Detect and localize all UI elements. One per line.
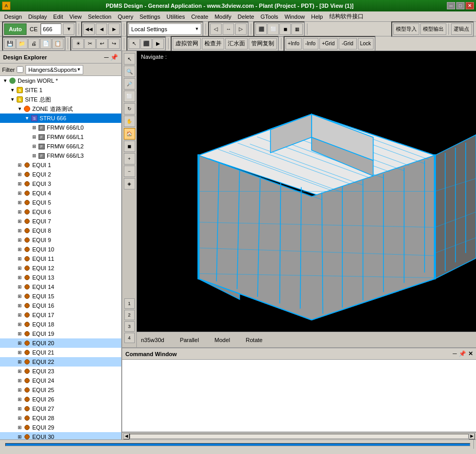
tree-item-site2[interactable]: ▼SSITE 总图 (0, 95, 121, 104)
model-import-btn[interactable]: 模型导入 (393, 23, 419, 35)
tb-icon-2[interactable]: ⬜ (267, 23, 279, 35)
tb-right-btn[interactable]: ▷ (235, 23, 247, 35)
lock-btn[interactable]: Lock (358, 38, 374, 49)
tree-item-equi21[interactable]: ⊞EQUI 21 (0, 348, 121, 357)
menu-gtools[interactable]: GTools (258, 13, 281, 20)
tree-item-equi6[interactable]: ⊞EQUI 6 (0, 207, 121, 217)
filter-dropdown[interactable]: Hangers&Supports ▼ (25, 65, 83, 74)
de-pin-button[interactable]: ─ 📌 (104, 54, 118, 61)
vp-btn-7[interactable]: ◈ (124, 178, 135, 190)
tree-item-equi5[interactable]: ⊞EQUI 5 (0, 198, 121, 207)
title-max-button[interactable]: □ (456, 2, 465, 9)
tree-item-equi8[interactable]: ⊞EQUI 8 (0, 226, 121, 235)
tb2-select-btn[interactable]: ⬛ (140, 39, 152, 49)
tree-item-equi1[interactable]: ⊞EQUI 1 (0, 160, 121, 170)
num-badge-3[interactable]: 3 (124, 321, 135, 332)
tree-item-equi23[interactable]: ⊞EQUI 23 (0, 367, 121, 376)
tree-item-equi18[interactable]: ⊞EQUI 18 (0, 320, 121, 329)
tree-item-equi16[interactable]: ⊞EQUI 16 (0, 301, 121, 310)
tb-btn-nav1[interactable]: ◀◀ (83, 23, 95, 35)
tree-item-equi29[interactable]: ⊞EQUI 29 (0, 423, 121, 432)
tree-item-equi24[interactable]: ⊞EQUI 24 (0, 376, 121, 385)
model-export-btn[interactable]: 模型输出 (420, 23, 446, 35)
menu-edit[interactable]: Edit (50, 13, 66, 20)
viewport-3d[interactable]: Navigate : (137, 51, 476, 332)
tree-item-equi13[interactable]: ⊞EQUI 13 (0, 273, 121, 282)
vp-btn-active[interactable]: 🏠 (124, 128, 135, 140)
tree-item-world[interactable]: ▼Design WORL * (0, 76, 121, 85)
num-badge-2[interactable]: 2 (124, 310, 135, 320)
scrollbar-left-btn[interactable]: ◀ (123, 433, 130, 439)
tb-icon-4[interactable]: ▦ (291, 23, 303, 35)
tb2-btn4[interactable]: 📄 (40, 39, 52, 49)
menu-delete[interactable]: Delete (235, 13, 258, 20)
tree-item-equi9[interactable]: ⊞EQUI 9 (0, 235, 121, 245)
cw-content[interactable] (122, 360, 476, 432)
num-badge-1[interactable]: 1 (124, 298, 135, 309)
title-close-button[interactable]: ✕ (466, 2, 474, 9)
tree-item-equi14[interactable]: ⊞EQUI 14 (0, 282, 121, 292)
tb2-play-btn[interactable]: ▶ (152, 39, 164, 49)
title-min-button[interactable]: ─ (447, 2, 455, 9)
tb2-btn3[interactable]: 🖨 (28, 39, 40, 49)
tree-item-site1[interactable]: ▼SSITE 1 (0, 85, 121, 95)
menu-view[interactable]: View (66, 13, 85, 20)
tb-icon-3[interactable]: ◼ (279, 23, 291, 35)
vp-btn-render[interactable]: ◼ (124, 141, 135, 152)
menu-design[interactable]: Design (1, 13, 25, 20)
tree-item-equi22[interactable]: ⊞EQUI 22 (0, 357, 121, 367)
tree-item-equi27[interactable]: ⊞EQUI 27 (0, 404, 121, 413)
filter-checkbox[interactable] (17, 66, 23, 73)
auto-button[interactable]: Auto (4, 23, 27, 35)
vp-btn-5[interactable]: + (124, 153, 135, 165)
cw-scrollbar-h[interactable]: ◀ ▶ (122, 432, 476, 439)
vp-btn-rotate[interactable]: ↻ (124, 103, 135, 115)
tb-left-btn[interactable]: ◁ (210, 23, 222, 35)
vp-btn-6[interactable]: − (124, 166, 135, 177)
menu-help[interactable]: Help (308, 13, 326, 20)
cw-pin-button[interactable]: ─ (453, 350, 457, 357)
cw-pin2-button[interactable]: 📌 (459, 350, 466, 357)
vp-btn-cursor[interactable]: ↖ (124, 53, 135, 65)
vp-btn-zoom-out[interactable]: 🔎 (124, 78, 135, 90)
menu-display[interactable]: Display (25, 13, 50, 20)
info-plus-btn[interactable]: +Info (286, 38, 302, 49)
tree-item-equi11[interactable]: ⊞EQUI 11 (0, 254, 121, 263)
ce-dropdown-btn[interactable]: ▼ (63, 23, 74, 35)
menu-selection[interactable]: Selection (85, 13, 114, 20)
num-badge-4[interactable]: 4 (124, 333, 135, 343)
tree-item-equi17[interactable]: ⊞EQUI 17 (0, 310, 121, 320)
tb2-undo-btn[interactable]: ↩ (96, 39, 108, 49)
tree-item-frmw3[interactable]: ⊞FFRMW 666/L3 (0, 151, 121, 160)
tree-item-zone[interactable]: ▼ZONE 道路测试 (0, 104, 121, 114)
tree-item-equi10[interactable]: ⊞EQUI 10 (0, 245, 121, 254)
menu-utilities[interactable]: Utilities (163, 13, 188, 20)
check-merge-btn[interactable]: 检查并 (202, 38, 224, 49)
tree-item-equi20[interactable]: ⊞EQUI 20 (0, 338, 121, 348)
tb-arrow-btn[interactable]: ↔ (223, 23, 234, 35)
tree-item-equi3[interactable]: ⊞EQUI 3 (0, 179, 121, 188)
tree-item-frmw0[interactable]: ⊞FFRMW 666/L0 (0, 123, 121, 132)
menu-create[interactable]: Create (188, 13, 211, 20)
grid-plus-btn[interactable]: +Grid (319, 38, 338, 49)
grid-minus-btn[interactable]: -Grid (339, 38, 357, 49)
tree-item-equi30[interactable]: ⊞EQUI 30 (0, 432, 121, 439)
tb2-btn5[interactable]: 📋 (52, 39, 63, 49)
tree-item-frmw1[interactable]: ⊞FFRMW 666/L1 (0, 132, 121, 142)
tree-item-equi26[interactable]: ⊞EQUI 26 (0, 395, 121, 404)
tb2-btn1[interactable]: 💾 (4, 39, 16, 49)
menu-chinese[interactable]: 结构软件接口 (326, 12, 367, 21)
tree-item-equi25[interactable]: ⊞EQUI 25 (0, 385, 121, 395)
vp-btn-pan[interactable]: ✋ (124, 116, 135, 127)
menu-modify[interactable]: Modify (211, 13, 234, 20)
local-settings-dropdown[interactable]: Local Settings ▼ (128, 23, 201, 35)
vp-btn-zoom-in[interactable]: 🔍 (124, 66, 135, 77)
tb2-btn2[interactable]: 📁 (16, 39, 28, 49)
vp-btn-zoom-box[interactable]: ⬜ (124, 91, 135, 102)
tb2-cursor-btn[interactable]: ↖ (128, 39, 140, 49)
cw-close-button[interactable]: ✕ (468, 350, 473, 357)
ce-input[interactable] (41, 23, 61, 35)
tree-item-equi2[interactable]: ⊞EQUI 2 (0, 170, 121, 179)
tree-item-equi4[interactable]: ⊞EQUI 4 (0, 188, 121, 198)
tb2-scissor-btn[interactable]: ✂ (84, 39, 96, 49)
